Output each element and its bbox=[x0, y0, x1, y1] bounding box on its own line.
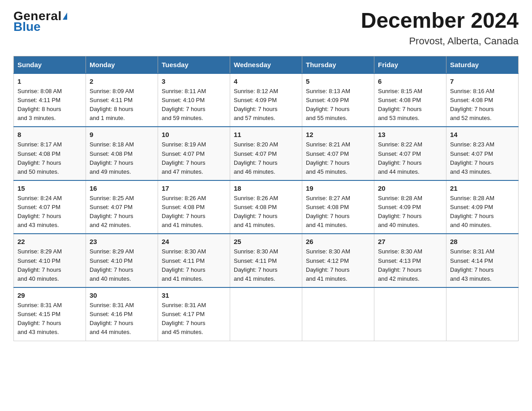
day-number: 11 bbox=[234, 131, 298, 138]
day-number: 4 bbox=[234, 77, 298, 85]
calendar-cell: 9 Sunrise: 8:18 AMSunset: 4:08 PMDayligh… bbox=[86, 127, 158, 180]
day-info: Sunrise: 8:30 AMSunset: 4:13 PMDaylight:… bbox=[378, 248, 422, 282]
calendar-cell: 21 Sunrise: 8:28 AMSunset: 4:09 PMDaylig… bbox=[446, 180, 519, 234]
day-number: 5 bbox=[306, 77, 370, 85]
week-row-2: 8 Sunrise: 8:17 AMSunset: 4:08 PMDayligh… bbox=[14, 127, 519, 180]
day-info: Sunrise: 8:09 AMSunset: 4:11 PMDaylight:… bbox=[90, 88, 134, 121]
day-number: 24 bbox=[162, 238, 226, 245]
calendar-cell: 27 Sunrise: 8:30 AMSunset: 4:13 PMDaylig… bbox=[374, 234, 446, 287]
day-number: 25 bbox=[234, 238, 298, 245]
day-info: Sunrise: 8:16 AMSunset: 4:08 PMDaylight:… bbox=[450, 88, 494, 121]
calendar-table: Sunday Monday Tuesday Wednesday Thursday… bbox=[13, 56, 519, 341]
day-number: 29 bbox=[17, 291, 82, 299]
day-number: 21 bbox=[450, 184, 515, 192]
calendar-cell: 6 Sunrise: 8:15 AMSunset: 4:08 PMDayligh… bbox=[374, 73, 446, 127]
page-header: General Blue December 2024 Provost, Albe… bbox=[13, 9, 519, 47]
calendar-cell: 10 Sunrise: 8:19 AMSunset: 4:07 PMDaylig… bbox=[158, 127, 230, 180]
day-number: 15 bbox=[17, 184, 82, 192]
day-number: 8 bbox=[17, 131, 82, 138]
day-number: 7 bbox=[450, 77, 515, 85]
calendar-cell: 31 Sunrise: 8:31 AMSunset: 4:17 PMDaylig… bbox=[158, 287, 230, 341]
day-info: Sunrise: 8:28 AMSunset: 4:09 PMDaylight:… bbox=[450, 195, 494, 228]
day-info: Sunrise: 8:19 AMSunset: 4:07 PMDaylight:… bbox=[162, 141, 206, 175]
day-info: Sunrise: 8:31 AMSunset: 4:15 PMDaylight:… bbox=[17, 302, 62, 335]
logo: General Blue bbox=[13, 9, 67, 34]
calendar-cell: 5 Sunrise: 8:13 AMSunset: 4:09 PMDayligh… bbox=[302, 73, 374, 127]
day-number: 18 bbox=[234, 184, 298, 192]
logo-triangle-icon bbox=[63, 13, 67, 20]
title-section: December 2024 Provost, Alberta, Canada bbox=[361, 9, 519, 47]
day-number: 30 bbox=[90, 291, 154, 299]
day-info: Sunrise: 8:23 AMSunset: 4:07 PMDaylight:… bbox=[450, 141, 494, 175]
day-number: 20 bbox=[378, 184, 442, 192]
day-info: Sunrise: 8:18 AMSunset: 4:08 PMDaylight:… bbox=[90, 141, 134, 175]
calendar-cell: 20 Sunrise: 8:28 AMSunset: 4:09 PMDaylig… bbox=[374, 180, 446, 234]
day-info: Sunrise: 8:27 AMSunset: 4:08 PMDaylight:… bbox=[306, 195, 350, 228]
calendar-cell: 26 Sunrise: 8:30 AMSunset: 4:12 PMDaylig… bbox=[302, 234, 374, 287]
day-info: Sunrise: 8:26 AMSunset: 4:08 PMDaylight:… bbox=[162, 195, 206, 228]
day-info: Sunrise: 8:17 AMSunset: 4:08 PMDaylight:… bbox=[17, 141, 62, 175]
calendar-cell bbox=[230, 287, 302, 341]
day-info: Sunrise: 8:13 AMSunset: 4:09 PMDaylight:… bbox=[306, 88, 350, 121]
day-number: 9 bbox=[90, 131, 154, 138]
calendar-cell: 2 Sunrise: 8:09 AMSunset: 4:11 PMDayligh… bbox=[86, 73, 158, 127]
logo-blue-text: Blue bbox=[13, 20, 41, 34]
day-info: Sunrise: 8:20 AMSunset: 4:07 PMDaylight:… bbox=[234, 141, 278, 175]
page-title: December 2024 bbox=[361, 9, 519, 33]
calendar-cell: 4 Sunrise: 8:12 AMSunset: 4:09 PMDayligh… bbox=[230, 73, 302, 127]
day-info: Sunrise: 8:30 AMSunset: 4:12 PMDaylight:… bbox=[306, 248, 350, 282]
calendar-cell bbox=[446, 287, 519, 341]
day-number: 2 bbox=[90, 77, 154, 85]
day-number: 23 bbox=[90, 238, 154, 245]
calendar-cell bbox=[374, 287, 446, 341]
day-number: 17 bbox=[162, 184, 226, 192]
day-info: Sunrise: 8:30 AMSunset: 4:11 PMDaylight:… bbox=[234, 248, 278, 282]
header-sunday: Sunday bbox=[14, 56, 86, 73]
day-info: Sunrise: 8:11 AMSunset: 4:10 PMDaylight:… bbox=[162, 88, 206, 121]
day-number: 12 bbox=[306, 131, 370, 138]
day-number: 6 bbox=[378, 77, 442, 85]
day-number: 1 bbox=[17, 77, 82, 85]
calendar-cell: 16 Sunrise: 8:25 AMSunset: 4:07 PMDaylig… bbox=[86, 180, 158, 234]
calendar-cell: 28 Sunrise: 8:31 AMSunset: 4:14 PMDaylig… bbox=[446, 234, 519, 287]
calendar-cell: 13 Sunrise: 8:22 AMSunset: 4:07 PMDaylig… bbox=[374, 127, 446, 180]
calendar-cell: 19 Sunrise: 8:27 AMSunset: 4:08 PMDaylig… bbox=[302, 180, 374, 234]
day-info: Sunrise: 8:15 AMSunset: 4:08 PMDaylight:… bbox=[378, 88, 422, 121]
calendar-cell: 7 Sunrise: 8:16 AMSunset: 4:08 PMDayligh… bbox=[446, 73, 519, 127]
calendar-cell: 23 Sunrise: 8:29 AMSunset: 4:10 PMDaylig… bbox=[86, 234, 158, 287]
day-info: Sunrise: 8:12 AMSunset: 4:09 PMDaylight:… bbox=[234, 88, 278, 121]
calendar-cell: 29 Sunrise: 8:31 AMSunset: 4:15 PMDaylig… bbox=[14, 287, 86, 341]
header-friday: Friday bbox=[374, 56, 446, 73]
week-row-3: 15 Sunrise: 8:24 AMSunset: 4:07 PMDaylig… bbox=[14, 180, 519, 234]
day-info: Sunrise: 8:30 AMSunset: 4:11 PMDaylight:… bbox=[162, 248, 206, 282]
calendar-cell: 3 Sunrise: 8:11 AMSunset: 4:10 PMDayligh… bbox=[158, 73, 230, 127]
header-wednesday: Wednesday bbox=[230, 56, 302, 73]
week-row-4: 22 Sunrise: 8:29 AMSunset: 4:10 PMDaylig… bbox=[14, 234, 519, 287]
calendar-cell: 25 Sunrise: 8:30 AMSunset: 4:11 PMDaylig… bbox=[230, 234, 302, 287]
day-info: Sunrise: 8:26 AMSunset: 4:08 PMDaylight:… bbox=[234, 195, 278, 228]
day-number: 16 bbox=[90, 184, 154, 192]
calendar-cell: 22 Sunrise: 8:29 AMSunset: 4:10 PMDaylig… bbox=[14, 234, 86, 287]
day-number: 22 bbox=[17, 238, 82, 245]
header-monday: Monday bbox=[86, 56, 158, 73]
calendar-cell: 8 Sunrise: 8:17 AMSunset: 4:08 PMDayligh… bbox=[14, 127, 86, 180]
day-info: Sunrise: 8:25 AMSunset: 4:07 PMDaylight:… bbox=[90, 195, 134, 228]
calendar-cell: 11 Sunrise: 8:20 AMSunset: 4:07 PMDaylig… bbox=[230, 127, 302, 180]
day-info: Sunrise: 8:24 AMSunset: 4:07 PMDaylight:… bbox=[17, 195, 62, 228]
day-number: 14 bbox=[450, 131, 515, 138]
day-info: Sunrise: 8:28 AMSunset: 4:09 PMDaylight:… bbox=[378, 195, 422, 228]
day-number: 3 bbox=[162, 77, 226, 85]
day-info: Sunrise: 8:21 AMSunset: 4:07 PMDaylight:… bbox=[306, 141, 350, 175]
day-number: 31 bbox=[162, 291, 226, 299]
day-number: 27 bbox=[378, 238, 442, 245]
day-info: Sunrise: 8:31 AMSunset: 4:16 PMDaylight:… bbox=[90, 302, 134, 335]
day-info: Sunrise: 8:29 AMSunset: 4:10 PMDaylight:… bbox=[90, 248, 134, 282]
header-saturday: Saturday bbox=[446, 56, 519, 73]
header-tuesday: Tuesday bbox=[158, 56, 230, 73]
day-number: 13 bbox=[378, 131, 442, 138]
calendar-cell: 18 Sunrise: 8:26 AMSunset: 4:08 PMDaylig… bbox=[230, 180, 302, 234]
page-subtitle: Provost, Alberta, Canada bbox=[361, 35, 519, 47]
day-info: Sunrise: 8:31 AMSunset: 4:14 PMDaylight:… bbox=[450, 248, 494, 282]
calendar-cell: 15 Sunrise: 8:24 AMSunset: 4:07 PMDaylig… bbox=[14, 180, 86, 234]
day-info: Sunrise: 8:29 AMSunset: 4:10 PMDaylight:… bbox=[17, 248, 62, 282]
